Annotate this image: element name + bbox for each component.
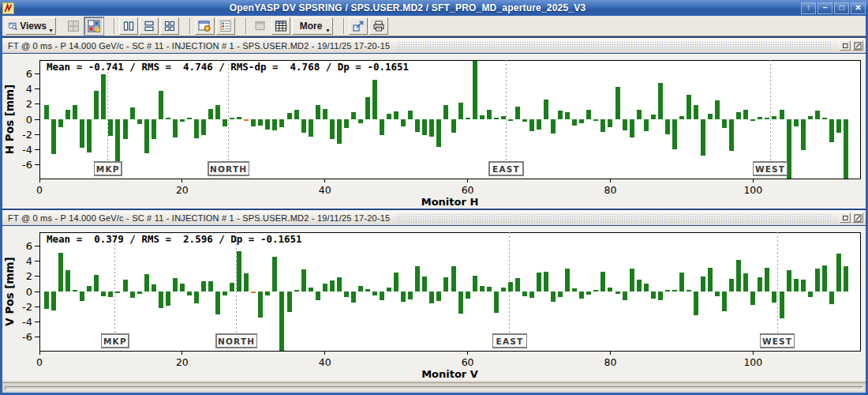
svg-text:0: 0 <box>36 184 43 196</box>
table-grid-icon <box>275 20 287 32</box>
svg-text:0: 0 <box>26 114 32 126</box>
svg-text:-2: -2 <box>22 129 32 141</box>
svg-text:60: 60 <box>462 184 474 196</box>
status-groove <box>5 386 863 390</box>
print-button[interactable] <box>369 17 388 35</box>
svg-text:20: 20 <box>176 356 189 368</box>
window-title: OpenYASP DV SPSRING / SPS.USER.MD2 / SFT… <box>14 2 801 13</box>
svg-text:Mean = 0.379 / RMS = 2.596 /: Mean = 0.379 / RMS = 2.596 / Dp = -0.165… <box>47 233 302 245</box>
title-bar: OpenYASP DV SPSRING / SPS.USER.MD2 / SFT… <box>0 0 868 16</box>
minimize-button[interactable]: – <box>817 2 832 14</box>
svg-text:EAST: EAST <box>492 164 520 174</box>
svg-text:100: 100 <box>743 184 762 196</box>
layout-grid-button[interactable] <box>84 17 103 35</box>
svg-text:Mean = -0.741 / RMS = 4.746 /: Mean = -0.741 / RMS = 4.746 / RMS-dp = 4… <box>47 61 409 73</box>
v-panel-drag-texture[interactable] <box>396 213 832 223</box>
v-panel-detach-icon[interactable] <box>852 213 863 223</box>
svg-text:V Pos [mm]: V Pos [mm] <box>3 257 16 326</box>
views-caret-icon: ▼ <box>48 28 54 33</box>
h-panel-minimize-icon[interactable] <box>840 40 851 51</box>
legend-list-icon <box>219 20 232 32</box>
svg-text:20: 20 <box>176 184 189 196</box>
export-button[interactable] <box>349 17 368 35</box>
toolbar-separator <box>343 18 345 34</box>
h-panel-drag-texture[interactable] <box>396 41 832 51</box>
layout-rows-icon <box>143 20 155 32</box>
more-caret-icon: ▼ <box>325 28 331 33</box>
v-panel-header: FT @ 0 ms - P 14.000 GeV/c - SC # 11 - I… <box>2 210 866 226</box>
views-button-label: Views <box>20 21 47 32</box>
v-panel-header-text: FT @ 0 ms - P 14.000 GeV/c - SC # 11 - I… <box>8 213 390 223</box>
h-panel-header: FT @ 0 ms - P 14.000 GeV/c - SC # 11 - I… <box>2 38 866 54</box>
maximize-button[interactable]: □ <box>834 2 849 14</box>
svg-text:NORTH: NORTH <box>218 337 255 346</box>
svg-text:80: 80 <box>604 184 617 196</box>
views-icon <box>9 20 17 32</box>
views-button[interactable]: Views ▼ <box>6 17 56 35</box>
more-button-label: More <box>300 21 323 32</box>
svg-text:6: 6 <box>26 68 32 80</box>
layout-columns-icon <box>122 20 135 32</box>
yasp-logo-icon <box>3 3 13 13</box>
v-orbit-chart[interactable]: MKPNORTHEASTWEST6420-2-4-6020406080100Mo… <box>2 226 866 381</box>
toolbar-separator <box>114 18 115 34</box>
svg-text:-4: -4 <box>22 316 32 328</box>
h-orbit-chart[interactable]: MKPNORTHEASTWEST6420-2-4-6020406080100Mo… <box>2 54 866 209</box>
toolbar-separator <box>245 18 247 34</box>
svg-text:6: 6 <box>26 240 32 252</box>
h-orbit-panel: FT @ 0 ms - P 14.000 GeV/c - SC # 11 - I… <box>2 36 866 209</box>
window-gear-icon <box>198 20 211 32</box>
layout-quad-button[interactable] <box>160 17 179 35</box>
svg-text:0: 0 <box>36 356 43 368</box>
svg-text:4: 4 <box>26 255 32 267</box>
svg-text:H Pos [mm]: H Pos [mm] <box>3 85 16 154</box>
svg-text:100: 100 <box>743 356 762 368</box>
svg-text:4: 4 <box>26 83 32 95</box>
svg-text:Monitor V: Monitor V <box>421 368 478 380</box>
shade-button[interactable]: ↑ <box>801 2 816 14</box>
layout-grid-icon <box>88 20 100 32</box>
main-area: FT @ 0 ms - P 14.000 GeV/c - SC # 11 - I… <box>2 36 866 382</box>
svg-text:-6: -6 <box>22 159 32 171</box>
svg-text:0: 0 <box>26 286 32 298</box>
app-window: OpenYASP DV SPSRING / SPS.USER.MD2 / SFT… <box>0 0 868 395</box>
svg-text:Monitor H: Monitor H <box>421 196 479 208</box>
svg-text:-6: -6 <box>22 331 32 343</box>
svg-text:WEST: WEST <box>755 164 785 174</box>
more-button[interactable]: More ▼ <box>292 17 333 35</box>
svg-text:60: 60 <box>462 356 474 368</box>
blank-window-button[interactable] <box>251 17 270 35</box>
svg-text:MKP: MKP <box>103 337 127 346</box>
table-button[interactable] <box>271 17 290 35</box>
window-controls: ↑ – □ ✕ <box>801 2 866 14</box>
layout-single-button[interactable] <box>64 17 83 35</box>
layout-quad-icon <box>163 20 176 32</box>
layout-rows-button[interactable] <box>140 17 159 35</box>
svg-text:80: 80 <box>604 356 617 368</box>
blank-window-icon <box>254 20 267 32</box>
v-panel-minimize-icon[interactable] <box>840 213 851 223</box>
export-arrow-icon <box>352 20 365 32</box>
close-button[interactable]: ✕ <box>851 2 866 14</box>
layout-single-icon <box>67 20 80 32</box>
toolbar: Views ▼ <box>2 16 866 36</box>
svg-text:2: 2 <box>26 270 32 282</box>
layout-columns-button[interactable] <box>119 17 138 35</box>
v-orbit-panel: FT @ 0 ms - P 14.000 GeV/c - SC # 11 - I… <box>2 209 866 381</box>
svg-text:2: 2 <box>26 98 32 110</box>
printer-icon <box>372 20 385 32</box>
svg-text:WEST: WEST <box>762 337 792 346</box>
h-panel-header-text: FT @ 0 ms - P 14.000 GeV/c - SC # 11 - I… <box>8 41 390 51</box>
svg-text:MKP: MKP <box>96 164 120 174</box>
h-panel-detach-icon[interactable] <box>852 40 863 51</box>
svg-text:EAST: EAST <box>496 337 524 346</box>
window-border-left <box>0 16 2 395</box>
display-settings-button[interactable] <box>195 17 215 35</box>
status-bar <box>2 382 866 393</box>
svg-text:-2: -2 <box>22 301 32 313</box>
svg-text:-4: -4 <box>22 144 32 156</box>
svg-text:NORTH: NORTH <box>210 164 247 174</box>
legend-settings-button[interactable] <box>216 17 235 35</box>
svg-text:40: 40 <box>319 356 331 368</box>
svg-text:40: 40 <box>319 184 331 196</box>
